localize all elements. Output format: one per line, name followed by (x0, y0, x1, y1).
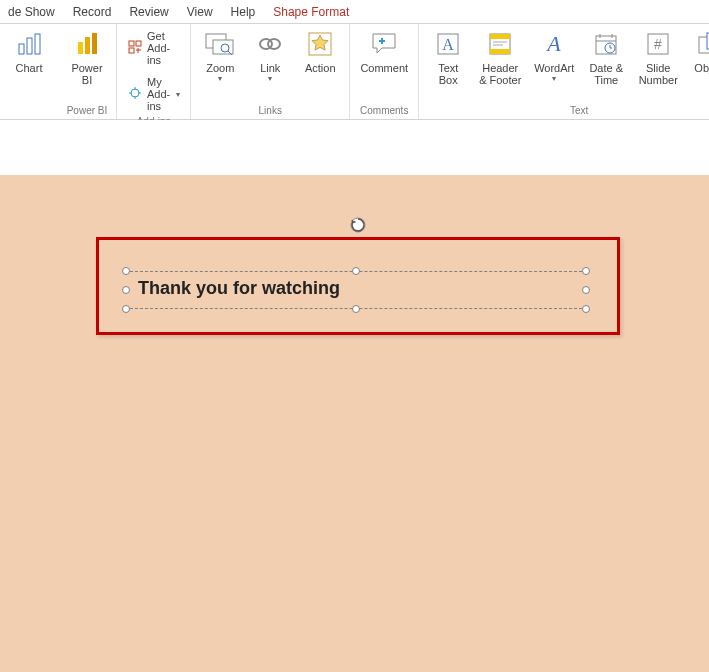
svg-text:A: A (442, 36, 454, 53)
link-button[interactable]: Link ▾ (247, 26, 293, 82)
group-label-powerbi: Power BI (67, 103, 108, 119)
ribbon-group-chart: Chart (0, 24, 58, 119)
action-icon (304, 28, 336, 60)
powerbi-button[interactable]: Power BI (64, 26, 110, 86)
slidenumber-icon: # (642, 28, 674, 60)
my-addins-button[interactable]: My Add-ins ▾ (123, 74, 184, 114)
wordart-icon: A (538, 28, 570, 60)
resize-handle[interactable] (352, 305, 360, 313)
resize-handle[interactable] (122, 267, 130, 275)
slide-canvas[interactable]: Thank you for watching (0, 175, 709, 672)
group-label-links: Links (259, 103, 282, 119)
resize-handle[interactable] (352, 267, 360, 275)
resize-handle[interactable] (582, 305, 590, 313)
text-box-selected[interactable]: Thank you for watching (126, 271, 586, 309)
comment-icon (368, 28, 400, 60)
resize-handle[interactable] (122, 286, 130, 294)
ribbon-tabs: de Show Record Review View Help Shape Fo… (0, 0, 709, 24)
tab-review[interactable]: Review (129, 5, 168, 19)
link-label: Link (260, 62, 280, 74)
chart-label: Chart (16, 62, 43, 74)
textbox-icon: A (432, 28, 464, 60)
zoom-icon (204, 28, 236, 60)
header-footer-button[interactable]: Header & Footer (475, 26, 525, 86)
get-addins-button[interactable]: Get Add-ins (123, 28, 184, 68)
svg-rect-6 (129, 41, 134, 46)
svg-text:#: # (654, 36, 662, 52)
tab-slideshow[interactable]: de Show (8, 5, 55, 19)
resize-handle[interactable] (582, 267, 590, 275)
svg-point-27 (351, 218, 365, 232)
svg-rect-19 (490, 49, 510, 54)
resize-handle[interactable] (582, 286, 590, 294)
comment-label: Comment (360, 62, 408, 74)
link-icon (254, 28, 286, 60)
svg-rect-2 (35, 34, 40, 54)
slide-edit-area: Thank you for watching (0, 120, 709, 672)
chevron-down-icon: ▾ (552, 76, 556, 82)
svg-rect-5 (92, 33, 97, 54)
object-label: Object (694, 62, 709, 74)
ribbon-group-powerbi: Power BI Power BI (58, 24, 117, 119)
text-content: Thank you for watching (138, 278, 340, 299)
svg-text:A: A (546, 31, 562, 56)
ribbon-group-links: Zoom ▾ Link ▾ Action Links (191, 24, 350, 119)
textbox-button[interactable]: A Text Box (425, 26, 471, 86)
group-label-text: Text (570, 103, 588, 119)
wordart-label: WordArt (534, 62, 574, 74)
svg-rect-4 (85, 37, 90, 54)
tab-view[interactable]: View (187, 5, 213, 19)
tab-help[interactable]: Help (231, 5, 256, 19)
wordart-button[interactable]: A WordArt ▾ (529, 26, 579, 82)
object-button[interactable]: Object (687, 26, 709, 74)
chevron-down-icon: ▾ (176, 90, 180, 99)
header-footer-label: Header & Footer (479, 62, 521, 86)
slidenumber-button[interactable]: # Slide Number (633, 26, 683, 86)
action-label: Action (305, 62, 336, 74)
svg-point-13 (268, 39, 280, 49)
svg-rect-3 (78, 42, 83, 54)
zoom-label: Zoom (206, 62, 234, 74)
chart-icon (13, 28, 45, 60)
ribbon: Chart Power BI Power BI Get Add-ins (0, 24, 709, 120)
ribbon-group-comments: Comment Comments (350, 24, 419, 119)
chart-button[interactable]: Chart (6, 26, 52, 74)
workspace-margin (0, 120, 709, 175)
my-addins-label: My Add-ins (147, 76, 170, 112)
svg-rect-1 (27, 38, 32, 54)
get-addins-icon (127, 39, 143, 57)
group-label-comments: Comments (360, 103, 408, 119)
svg-rect-8 (129, 48, 134, 53)
ribbon-group-addins: Get Add-ins My Add-ins ▾ Add-ins (117, 24, 191, 119)
chevron-down-icon: ▾ (218, 76, 222, 82)
svg-rect-18 (490, 34, 510, 39)
datetime-label: Date & Time (589, 62, 623, 86)
tab-record[interactable]: Record (73, 5, 112, 19)
comment-button[interactable]: Comment (356, 26, 412, 74)
header-footer-icon (484, 28, 516, 60)
rotate-handle[interactable] (349, 216, 367, 234)
ribbon-group-text: A Text Box Header & Footer A WordArt ▾ (419, 24, 709, 119)
chevron-down-icon: ▾ (268, 76, 272, 82)
svg-rect-7 (136, 41, 141, 46)
resize-handle[interactable] (122, 305, 130, 313)
my-addins-icon (127, 85, 143, 103)
datetime-button[interactable]: Date & Time (583, 26, 629, 86)
zoom-button[interactable]: Zoom ▾ (197, 26, 243, 82)
powerbi-icon (71, 28, 103, 60)
slidenumber-label: Slide Number (639, 62, 678, 86)
tab-shape-format[interactable]: Shape Format (273, 5, 349, 19)
datetime-icon (590, 28, 622, 60)
action-button[interactable]: Action (297, 26, 343, 74)
powerbi-label: Power BI (71, 62, 102, 86)
svg-rect-0 (19, 44, 24, 54)
textbox-label: Text Box (438, 62, 458, 86)
get-addins-label: Get Add-ins (147, 30, 180, 66)
object-icon (694, 28, 709, 60)
